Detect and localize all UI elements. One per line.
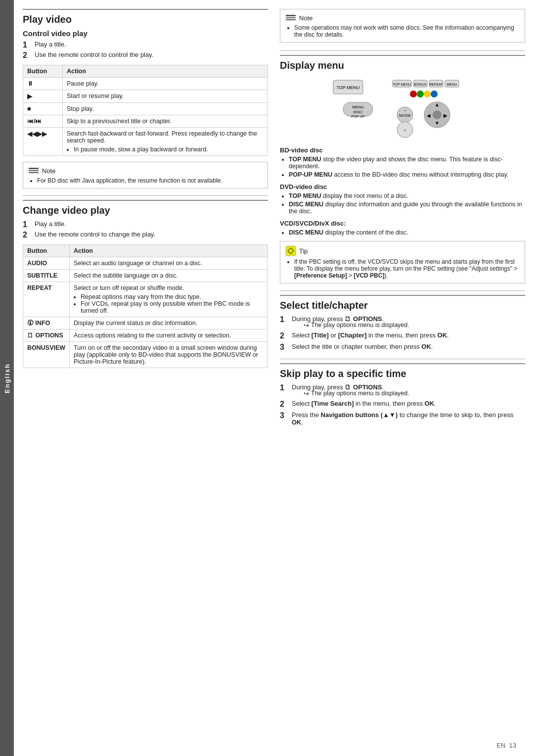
svg-text:TOP MENU: TOP MENU bbox=[393, 83, 411, 86]
table-row: 🛈 INFO Display the current status or dis… bbox=[23, 317, 268, 330]
dvd-video-subsection: DVD-video disc TOP MENU display the root… bbox=[280, 183, 525, 215]
svg-text:▶: ▶ bbox=[444, 113, 447, 118]
divider-change bbox=[23, 195, 268, 196]
note-box-1: Note For BD disc with Java application, … bbox=[23, 162, 268, 189]
svg-text:TOP MENU: TOP MENU bbox=[336, 85, 359, 90]
action-play: Start or resume play. bbox=[63, 90, 268, 103]
divider-skip bbox=[280, 359, 525, 359]
remote-svg: TOP MENU TOP MENU BONUS REPEAT MENU bbox=[328, 75, 477, 140]
control-steps-list: 1 Play a title. 2 Use the remote control… bbox=[23, 41, 268, 60]
skip-play-heading: Skip play to a specific time bbox=[280, 363, 525, 379]
tip-items-1: If the PBC setting is off, the VCD/SVCD … bbox=[285, 258, 520, 279]
select-step-2: 2 Select [Title] or [Chapter] in the men… bbox=[280, 331, 525, 340]
divider-display bbox=[280, 50, 525, 51]
btn-search: ◀◀▶▶ bbox=[23, 128, 63, 156]
svg-rect-2 bbox=[29, 172, 39, 173]
table-row: BONUSVIEW Turn on or off the secondary v… bbox=[23, 342, 268, 368]
tip-icon-1 bbox=[285, 245, 296, 256]
svg-rect-35 bbox=[286, 246, 296, 256]
change-video-play-title: Change video play bbox=[23, 200, 268, 216]
vcd-subsection: VCD/SVCD/DivX disc: DISC MENU display th… bbox=[280, 220, 525, 236]
svg-text:REPEAT: REPEAT bbox=[429, 83, 443, 86]
skip-steps-list: 1 During play, press 🗋 OPTIONS. ↪ The pl… bbox=[280, 383, 525, 426]
list-item: TOP MENU display the root menu of a disc… bbox=[289, 192, 525, 199]
btn-bonusview: BONUSVIEW bbox=[23, 342, 70, 368]
change-table: Button Action AUDIO Select an audio lang… bbox=[23, 244, 268, 368]
tip-box-1: Tip If the PBC setting is off, the VCD/S… bbox=[280, 241, 525, 284]
note-items-1: For BD disc with Java application, the r… bbox=[28, 177, 263, 184]
bd-video-title: BD-video disc bbox=[280, 146, 525, 154]
dvd-video-bullets: TOP MENU display the root menu of a disc… bbox=[280, 192, 525, 215]
table-row: ■ Stop play. bbox=[23, 103, 268, 115]
svg-rect-3 bbox=[286, 15, 296, 16]
select-step-3: 3 Select the title or chapter number, th… bbox=[280, 343, 525, 352]
control-step-2: 2 Use the remote control to control the … bbox=[23, 51, 268, 60]
main-content: Play video Control video play 1 Play a t… bbox=[14, 0, 534, 756]
btn-options: 🗋 OPTIONS bbox=[23, 330, 70, 342]
svg-text:MENU: MENU bbox=[447, 83, 457, 86]
sidebar-english: English bbox=[0, 0, 14, 756]
btn-stop: ■ bbox=[23, 103, 63, 115]
note-item: Some operations may not work with some d… bbox=[294, 24, 520, 38]
action-options: Access options relating to the current a… bbox=[70, 330, 268, 342]
table2-col2: Action bbox=[70, 245, 268, 257]
change-step-2: 2 Use the remote control to change the p… bbox=[23, 231, 268, 239]
action-search: Search fast-backward or fast-forward. Pr… bbox=[63, 128, 268, 156]
note-icon-2 bbox=[285, 13, 296, 22]
display-menu-title: Display menu bbox=[280, 55, 525, 71]
svg-point-19 bbox=[431, 91, 438, 97]
note-items-2: Some operations may not work with some d… bbox=[285, 24, 520, 38]
table-row: ◀◀▶▶ Search fast-backward or fast-forwar… bbox=[23, 128, 268, 156]
svg-rect-1 bbox=[29, 170, 39, 171]
table-row: AUDIO Select an audio language or channe… bbox=[23, 257, 268, 270]
action-stop: Stop play. bbox=[63, 103, 268, 115]
note-header-2: Note bbox=[285, 13, 520, 22]
svg-point-17 bbox=[417, 91, 424, 97]
action-pause: Pause play. bbox=[63, 78, 268, 90]
note-label-2: Note bbox=[299, 14, 312, 22]
skip-step-1: 1 During play, press 🗋 OPTIONS. ↪ The pl… bbox=[280, 383, 525, 397]
svg-text:DISC/: DISC/ bbox=[354, 110, 363, 114]
svg-text:BONUS: BONUS bbox=[414, 83, 427, 86]
btn-info: 🛈 INFO bbox=[23, 317, 70, 330]
select-title-chapter-heading: Select title/chapter bbox=[280, 295, 525, 311]
change-steps-list: 1 Play a title. 2 Use the remote control… bbox=[23, 220, 268, 239]
svg-rect-5 bbox=[286, 19, 296, 20]
dvd-video-title: DVD-video disc bbox=[280, 183, 525, 190]
control-video-play-title: Control video play bbox=[23, 29, 268, 38]
svg-point-25 bbox=[433, 110, 442, 119]
bd-video-subsection: BD-video disc TOP MENU stop the video pl… bbox=[280, 146, 525, 178]
page-number: EN 13 bbox=[496, 742, 516, 749]
svg-point-16 bbox=[410, 91, 417, 97]
svg-text:◀: ◀ bbox=[427, 113, 431, 118]
svg-rect-0 bbox=[29, 168, 39, 169]
svg-text:POP-UP: POP-UP bbox=[352, 115, 365, 118]
action-audio: Select an audio language or channel on a… bbox=[70, 257, 268, 270]
btn-pause: ⏸ bbox=[23, 78, 63, 90]
note-box-2: Note Some operations may not work with s… bbox=[280, 9, 525, 43]
table-row: SUBTITLE Select the subtitle language on… bbox=[23, 270, 268, 282]
list-item: DISC MENU display the content of the dis… bbox=[289, 229, 525, 236]
select-steps-list: 1 During play, press 🗋 OPTIONS. ↪ The pl… bbox=[280, 315, 525, 352]
divider-select bbox=[280, 290, 525, 291]
svg-text:MENU: MENU bbox=[352, 105, 364, 109]
table-row: ⏮/⏭ Skip to a previous/next title or cha… bbox=[23, 115, 268, 128]
action-repeat: Select or turn off repeat or shuffle mod… bbox=[70, 282, 268, 317]
action-subtitle: Select the subtitle language on a disc. bbox=[70, 270, 268, 282]
svg-text:*: * bbox=[404, 109, 406, 113]
action-info: Display the current status or disc infor… bbox=[70, 317, 268, 330]
bd-video-bullets: TOP MENU stop the video play and shows t… bbox=[280, 156, 525, 178]
skip-step-2: 2 Select [Time Search] in the menu, then… bbox=[280, 400, 525, 409]
note-label-1: Note bbox=[42, 167, 55, 175]
svg-point-18 bbox=[424, 91, 431, 97]
svg-text:MODE: MODE bbox=[399, 113, 411, 118]
vcd-bullets: DISC MENU display the content of the dis… bbox=[280, 229, 525, 236]
note-item: For BD disc with Java application, the r… bbox=[37, 177, 263, 184]
select-step-1: 1 During play, press 🗋 OPTIONS. ↪ The pl… bbox=[280, 315, 525, 329]
tip-label-1: Tip bbox=[299, 247, 308, 255]
table-row: 🗋 OPTIONS Access options relating to the… bbox=[23, 330, 268, 342]
skip-step-3: 3 Press the Navigation buttons (▲▼) to c… bbox=[280, 411, 525, 426]
svg-rect-4 bbox=[286, 17, 296, 18]
svg-text:▲: ▲ bbox=[435, 102, 440, 107]
table1-col2: Action bbox=[63, 65, 268, 78]
